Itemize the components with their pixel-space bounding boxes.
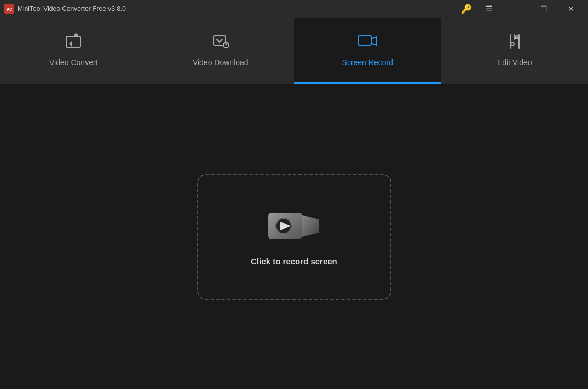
minimize-button[interactable]: ─ — [504, 0, 529, 18]
edit-video-icon — [506, 33, 523, 53]
record-label: Click to record screen — [251, 257, 337, 266]
app-logo: vc — [4, 4, 14, 14]
main-content: Click to record screen — [0, 84, 588, 389]
video-download-label: Video Download — [193, 58, 249, 67]
nav-item-video-download[interactable]: Video Download — [147, 18, 295, 84]
title-bar: vc MiniTool Video Converter Free v3.8.0 … — [0, 0, 588, 18]
app-title: MiniTool Video Converter Free v3.8.0 — [18, 5, 126, 13]
close-button[interactable]: ✕ — [558, 0, 584, 18]
nav-item-edit-video[interactable]: Edit Video — [441, 18, 589, 84]
svg-rect-0 — [66, 36, 80, 47]
screen-record-label: Screen Record — [342, 58, 393, 67]
nav-bar: Video Convert Video Download Screen Reco… — [0, 18, 588, 84]
nav-item-screen-record[interactable]: Screen Record — [294, 18, 441, 84]
nav-item-video-convert[interactable]: Video Convert — [0, 18, 147, 84]
svg-marker-7 — [302, 215, 319, 237]
svg-rect-3 — [358, 36, 371, 45]
maximize-button[interactable]: ☐ — [531, 0, 556, 18]
record-camera-icon — [268, 207, 320, 246]
title-bar-right: 🔑 ☰ ─ ☐ ✕ — [459, 0, 584, 18]
screen-record-icon — [358, 33, 377, 53]
record-box[interactable]: Click to record screen — [197, 174, 391, 300]
title-bar-left: vc MiniTool Video Converter Free v3.8.0 — [4, 4, 126, 14]
svg-point-4 — [511, 42, 514, 45]
menu-button[interactable]: ☰ — [476, 0, 501, 18]
video-convert-label: Video Convert — [49, 58, 97, 67]
edit-video-label: Edit Video — [497, 58, 532, 67]
key-icon[interactable]: 🔑 — [459, 1, 474, 16]
video-download-icon — [212, 33, 229, 53]
video-convert-icon — [65, 33, 82, 53]
